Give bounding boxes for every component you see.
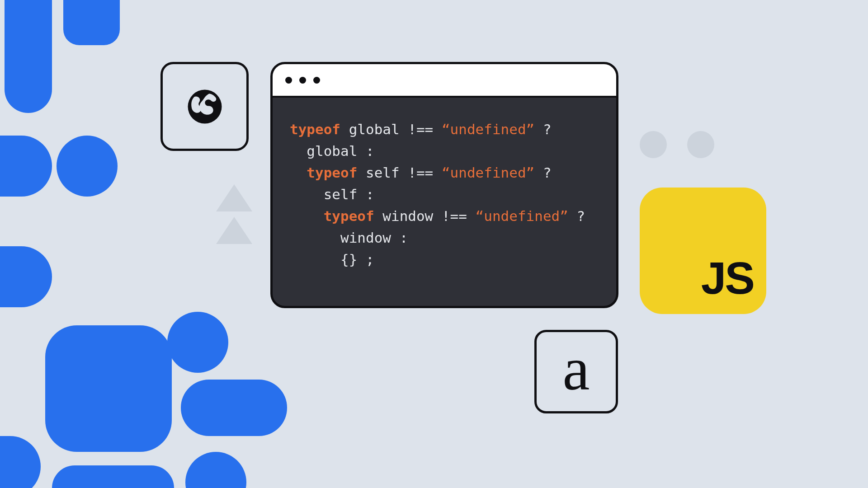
blue-shape [45,325,172,452]
code-text: ? [568,208,585,224]
code-string: “undefined” [476,208,568,224]
code-text: ? [534,121,551,137]
code-text: global !== [340,121,442,137]
traffic-light-dot [299,77,306,84]
blue-shape [5,0,52,113]
code-editor-window: typeof global !== “undefined” ? global :… [270,62,618,308]
double-arrow-up-icon [216,184,252,211]
globe-icon [184,86,225,127]
blue-shape [0,136,52,197]
code-text: window !== [374,208,476,224]
blue-shape [57,136,118,197]
window-titlebar [273,64,616,98]
js-badge-label: JS [701,252,754,304]
blue-shape [185,452,246,488]
decoration-dot [687,131,714,158]
blue-shape [52,465,174,488]
globe-card [160,62,249,151]
blue-shape [63,0,120,45]
double-arrow-up-icon [216,217,252,244]
blue-shape [181,380,287,436]
code-text: window : [290,230,408,246]
traffic-light-dot [285,77,292,84]
code-string: “undefined” [442,164,534,181]
code-keyword: typeof [290,164,357,181]
code-string: “undefined” [442,121,534,137]
code-keyword: typeof [290,208,374,224]
traffic-light-dot [313,77,320,84]
code-text: self !== [357,164,442,181]
blue-shape [167,312,228,373]
blue-shape [0,436,41,488]
code-text: {} ; [290,251,374,267]
code-content: typeof global !== “undefined” ? global :… [273,98,616,291]
code-text: ? [534,164,551,181]
code-text: global : [290,143,374,159]
code-keyword: typeof [290,121,340,137]
letter-a-card: a [534,330,618,413]
code-text: self : [290,186,374,202]
js-badge: JS [640,188,766,314]
decoration-dot [640,131,667,158]
letter-a-glyph: a [563,338,590,399]
blue-shape [0,246,52,307]
